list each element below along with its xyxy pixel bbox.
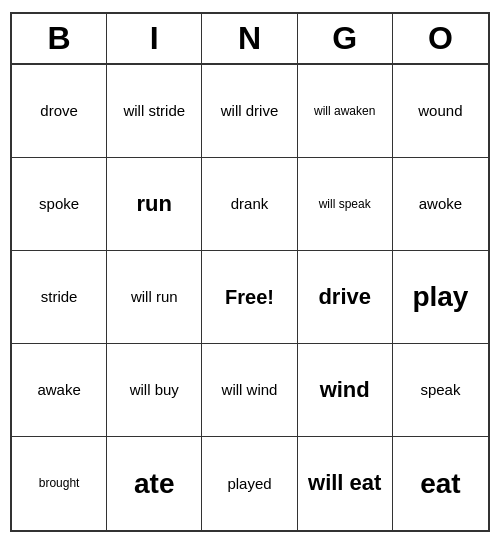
- bingo-cell: awake: [12, 344, 107, 437]
- bingo-cell: drove: [12, 65, 107, 158]
- bingo-cell: will eat: [298, 437, 393, 530]
- bingo-cell: eat: [393, 437, 488, 530]
- bingo-cell: will awaken: [298, 65, 393, 158]
- bingo-cell: play: [393, 251, 488, 344]
- bingo-cell: will speak: [298, 158, 393, 251]
- bingo-cell: wound: [393, 65, 488, 158]
- bingo-cell: spoke: [12, 158, 107, 251]
- bingo-cell: will run: [107, 251, 202, 344]
- bingo-cell: ate: [107, 437, 202, 530]
- bingo-cell: will drive: [202, 65, 297, 158]
- header-letter: O: [393, 14, 488, 63]
- header-letter: B: [12, 14, 107, 63]
- bingo-cell: run: [107, 158, 202, 251]
- bingo-card: BINGO drovewill stridewill drivewill awa…: [10, 12, 490, 532]
- bingo-cell: will stride: [107, 65, 202, 158]
- bingo-cell: brought: [12, 437, 107, 530]
- header-letter: I: [107, 14, 202, 63]
- bingo-grid: drovewill stridewill drivewill awakenwou…: [12, 65, 488, 530]
- bingo-cell: drank: [202, 158, 297, 251]
- bingo-cell: will wind: [202, 344, 297, 437]
- bingo-cell: speak: [393, 344, 488, 437]
- bingo-cell: played: [202, 437, 297, 530]
- bingo-cell: Free!: [202, 251, 297, 344]
- bingo-cell: stride: [12, 251, 107, 344]
- bingo-cell: will buy: [107, 344, 202, 437]
- header-letter: G: [298, 14, 393, 63]
- bingo-cell: drive: [298, 251, 393, 344]
- bingo-header: BINGO: [12, 14, 488, 65]
- bingo-cell: wind: [298, 344, 393, 437]
- bingo-cell: awoke: [393, 158, 488, 251]
- header-letter: N: [202, 14, 297, 63]
